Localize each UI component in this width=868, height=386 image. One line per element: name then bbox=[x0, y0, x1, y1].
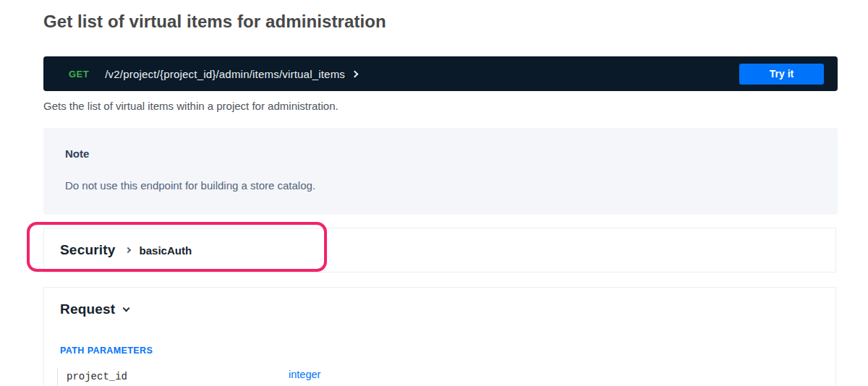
parameter-name: project_id bbox=[67, 371, 127, 382]
parameter-name-cell: project_id bbox=[57, 368, 289, 386]
parameter-type: integer bbox=[289, 368, 320, 380]
chevron-down-icon bbox=[123, 304, 130, 312]
path-parameters-heading: PATH PARAMETERS bbox=[60, 346, 820, 356]
note-heading: Note bbox=[65, 147, 816, 160]
expand-chevron-icon bbox=[352, 70, 359, 77]
note-callout: Note Do not use this endpoint for buildi… bbox=[43, 128, 838, 215]
endpoint-path: /v2/project/{project_id}/admin/items/vir… bbox=[105, 68, 345, 80]
page-title: Get list of virtual items for administra… bbox=[43, 12, 386, 32]
endpoint-description: Gets the list of virtual items within a … bbox=[43, 100, 339, 112]
parameter-row: project_id integer bbox=[57, 368, 820, 386]
http-method-badge: GET bbox=[69, 69, 89, 80]
security-label: Security bbox=[60, 242, 116, 258]
security-scheme-basicauth[interactable]: basicAuth bbox=[140, 244, 192, 257]
note-body: Do not use this endpoint for building a … bbox=[65, 179, 816, 192]
request-section: Request PATH PARAMETERS project_id integ… bbox=[43, 287, 836, 386]
request-label: Request bbox=[60, 301, 115, 317]
request-section-toggle[interactable]: Request bbox=[60, 301, 154, 317]
try-it-button[interactable]: Try it bbox=[739, 64, 824, 85]
security-section[interactable]: Security basicAuth bbox=[43, 228, 836, 273]
breadcrumb-chevron-icon bbox=[124, 247, 130, 253]
endpoint-bar[interactable]: GET /v2/project/{project_id}/admin/items… bbox=[43, 56, 838, 91]
